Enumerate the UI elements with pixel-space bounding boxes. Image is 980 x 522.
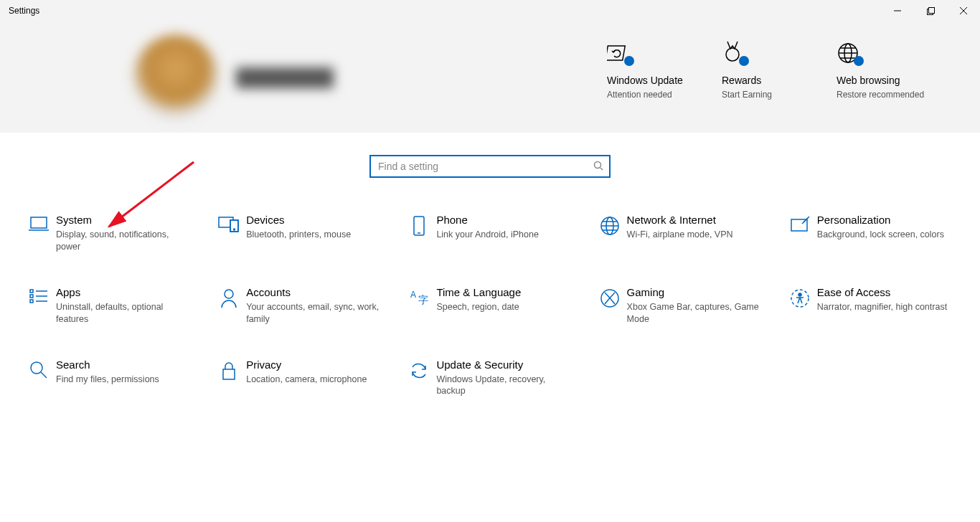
sync-icon [607, 34, 722, 65]
apps-list-icon [22, 286, 56, 305]
svg-point-45 [31, 362, 42, 374]
category-sub: Wi-Fi, airplane mode, VPN [627, 229, 733, 241]
header-tile-title: Rewards [722, 75, 837, 86]
svg-line-44 [800, 298, 802, 303]
svg-rect-47 [223, 369, 235, 379]
category-title: System [56, 214, 190, 226]
header-tile-windows-update[interactable]: Windows Update Attention needed [607, 34, 722, 100]
lock-icon [212, 359, 246, 381]
category-title: Devices [246, 214, 351, 226]
paint-icon [783, 214, 817, 234]
category-accounts[interactable]: Accounts Your accounts, email, sync, wor… [212, 286, 387, 326]
profile-area[interactable]: ████████ [133, 34, 334, 120]
category-ease-of-access[interactable]: Ease of Access Narrator, magnifier, high… [783, 286, 958, 326]
category-title: Apps [56, 286, 190, 298]
svg-point-41 [798, 293, 801, 296]
header: ████████ Windows Update Attention needed… [0, 22, 980, 133]
laptop-icon [22, 214, 56, 234]
svg-line-46 [41, 372, 47, 378]
svg-line-43 [798, 298, 800, 303]
category-title: Privacy [246, 359, 367, 371]
category-sub: Location, camera, microphone [246, 374, 367, 386]
minimize-button[interactable] [881, 0, 914, 22]
avatar [133, 34, 219, 120]
svg-rect-30 [30, 290, 33, 293]
categories-grid: System Display, sound, notifications, po… [22, 214, 958, 397]
category-update-security[interactable]: Update & Security Windows Update, recove… [402, 359, 578, 398]
svg-line-14 [600, 168, 603, 170]
svg-rect-15 [31, 217, 47, 228]
category-title: Network & Internet [627, 214, 733, 226]
svg-rect-2 [928, 7, 934, 13]
xbox-icon [593, 286, 627, 309]
category-sub: Find my files, permissions [56, 374, 159, 386]
category-sub: Uninstall, defaults, optional features [56, 301, 190, 326]
category-sub: Speech, region, date [436, 301, 521, 313]
medal-icon [722, 34, 837, 65]
category-search[interactable]: Search Find my files, permissions [22, 359, 197, 398]
category-title: Update & Security [436, 359, 570, 371]
category-personalization[interactable]: Personalization Background, lock screen,… [783, 214, 958, 253]
category-title: Personalization [817, 214, 944, 226]
category-title: Ease of Access [817, 286, 947, 298]
header-tile-title: Windows Update [607, 75, 722, 86]
category-title: Search [56, 359, 159, 371]
header-tile-sub: Attention needed [607, 89, 722, 100]
profile-name: ████████ [236, 67, 334, 87]
header-tile-web-browsing[interactable]: Web browsing Restore recommended [837, 34, 966, 100]
phone-icon [402, 214, 436, 237]
category-privacy[interactable]: Privacy Location, camera, microphone [212, 359, 387, 398]
category-gaming[interactable]: Gaming Xbox Game Bar, captures, Game Mod… [593, 286, 768, 326]
sync-arrows-icon [402, 359, 436, 381]
svg-rect-31 [30, 295, 33, 298]
category-title: Time & Language [436, 286, 521, 298]
globe-icon [593, 214, 627, 237]
search-input[interactable] [378, 161, 593, 172]
devices-icon [212, 214, 246, 234]
category-sub: Bluetooth, printers, mouse [246, 229, 351, 241]
category-network[interactable]: Network & Internet Wi-Fi, airplane mode,… [593, 214, 768, 253]
accessibility-icon [783, 286, 817, 309]
language-icon: A字 [402, 286, 436, 306]
svg-rect-32 [30, 300, 33, 303]
person-icon [212, 286, 246, 309]
category-sub: Windows Update, recovery, backup [436, 374, 570, 398]
svg-text:A: A [410, 290, 416, 300]
category-sub: Link your Android, iPhone [436, 229, 538, 241]
category-devices[interactable]: Devices Bluetooth, printers, mouse [212, 214, 387, 253]
category-title: Gaming [627, 286, 761, 298]
category-system[interactable]: System Display, sound, notifications, po… [22, 214, 197, 253]
svg-point-7 [726, 48, 739, 61]
category-title: Phone [436, 214, 538, 226]
search-icon [593, 161, 603, 173]
category-sub: Your accounts, email, sync, work, family [246, 301, 380, 326]
category-phone[interactable]: Phone Link your Android, iPhone [402, 214, 578, 253]
header-tile-sub: Restore recommended [837, 89, 966, 100]
close-button[interactable] [947, 0, 980, 22]
titlebar: Settings [0, 0, 980, 22]
header-tile-rewards[interactable]: Rewards Start Earning [722, 34, 837, 100]
magnifier-icon [22, 359, 56, 380]
svg-point-13 [595, 161, 601, 168]
search-box[interactable] [369, 155, 611, 178]
svg-rect-6 [607, 46, 625, 60]
category-title: Accounts [246, 286, 380, 298]
globe-icon [837, 34, 966, 65]
category-sub: Background, lock screen, colors [817, 229, 944, 241]
maximize-button[interactable] [914, 0, 947, 22]
category-sub: Narrator, magnifier, high contrast [817, 301, 947, 313]
header-tile-sub: Start Earning [722, 89, 837, 100]
svg-point-36 [225, 290, 233, 298]
category-apps[interactable]: Apps Uninstall, defaults, optional featu… [22, 286, 197, 326]
svg-rect-21 [414, 217, 424, 235]
category-time-language[interactable]: A字 Time & Language Speech, region, date [402, 286, 578, 326]
category-sub: Xbox Game Bar, captures, Game Mode [627, 301, 761, 326]
svg-text:字: 字 [418, 294, 428, 305]
category-sub: Display, sound, notifications, power [56, 229, 190, 253]
window-title: Settings [0, 6, 39, 16]
header-tile-title: Web browsing [837, 75, 966, 86]
